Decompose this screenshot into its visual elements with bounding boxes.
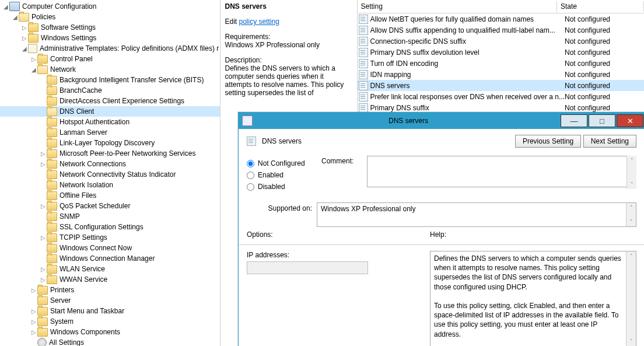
- maximize-button[interactable]: □: [589, 114, 615, 127]
- tree-item-network-child[interactable]: Windows Connection Manager: [0, 253, 220, 264]
- tree-item-network-child[interactable]: Background Intelligent Transfer Service …: [0, 75, 220, 85]
- tree-item-windows-settings[interactable]: ▷Windows Settings: [0, 33, 220, 43]
- requirements-value: Windows XP Professional only: [225, 41, 352, 49]
- tree-item-network-child[interactable]: Windows Connect Now: [0, 243, 220, 253]
- description-heading: Description:: [225, 56, 352, 64]
- folder-icon: [47, 233, 57, 242]
- tree-item-computer-configuration[interactable]: ◢Computer Configuration: [0, 1, 220, 12]
- expand-icon[interactable]: ▷: [30, 329, 37, 335]
- folder-icon: [47, 170, 57, 179]
- setting-row[interactable]: DNS serversNot configured: [358, 80, 645, 91]
- folder-icon: [47, 149, 57, 158]
- computer-icon: [9, 2, 20, 11]
- setting-row[interactable]: Allow DNS suffix appending to unqualifie…: [358, 25, 645, 36]
- tree-item-network-child[interactable]: DNS Client: [0, 106, 220, 117]
- setting-icon: [359, 92, 368, 102]
- expand-icon[interactable]: ▷: [40, 277, 47, 283]
- expand-icon[interactable]: ▷: [40, 266, 47, 272]
- tree-label: Windows Connect Now: [60, 244, 132, 252]
- tree-item-policies[interactable]: ◢Policies: [0, 12, 220, 22]
- dialog-titlebar[interactable]: DNS servers — □ ✕: [239, 113, 644, 129]
- radio-not-configured[interactable]: Not Configured: [247, 159, 317, 167]
- tree-label: Windows Components: [50, 328, 120, 336]
- close-button[interactable]: ✕: [617, 114, 643, 127]
- tree-label: All Settings: [49, 338, 84, 346]
- tree-item-printers[interactable]: ▷Printers: [0, 285, 220, 295]
- tree[interactable]: ◢Computer Configuration ◢Policies ▷Softw…: [0, 0, 220, 346]
- setting-icon: [359, 48, 368, 57]
- tree-item-network-child[interactable]: SNMP: [0, 211, 220, 222]
- dialog-icon: [242, 116, 253, 126]
- tree-item-network[interactable]: ◢Network: [0, 64, 220, 75]
- expand-icon[interactable]: ▷: [30, 287, 37, 293]
- tree-item-network-child[interactable]: ▷Network Connections: [0, 159, 220, 169]
- tree-item-network-child[interactable]: Offline Files: [0, 190, 220, 201]
- setting-row[interactable]: Turn off IDN encodingNot configured: [358, 58, 645, 69]
- tree-item-network-child[interactable]: ▷WLAN Service: [0, 264, 220, 274]
- previous-setting-button[interactable]: Previous Setting: [515, 135, 581, 148]
- tree-item-network-child[interactable]: ▷WWAN Service: [0, 274, 220, 285]
- settings-header[interactable]: Setting State: [358, 0, 645, 13]
- column-state[interactable]: State: [557, 1, 644, 12]
- setting-row[interactable]: Allow NetBT queries for fully qualified …: [358, 13, 645, 25]
- ip-addresses-input[interactable]: [247, 261, 368, 274]
- expand-icon[interactable]: ▷: [40, 151, 47, 157]
- tree-item-network-child[interactable]: ▷TCPIP Settings: [0, 232, 220, 243]
- tree-item-network-child[interactable]: Network Connectivity Status Indicator: [0, 169, 220, 180]
- expand-icon[interactable]: ▷: [40, 235, 47, 241]
- tree-item-server[interactable]: Server: [0, 295, 220, 306]
- scroll-down-icon[interactable]: ˅: [626, 337, 636, 346]
- tree-item-system[interactable]: ▷System: [0, 316, 220, 327]
- scroll-up-icon[interactable]: ˄: [626, 251, 636, 261]
- tree-item-software-settings[interactable]: ▷Software Settings: [0, 22, 220, 33]
- scroll-down-icon[interactable]: ˅: [627, 180, 636, 189]
- expand-icon[interactable]: ▷: [30, 308, 37, 314]
- tree-item-network-child[interactable]: Lanman Server: [0, 127, 220, 138]
- scroll-up-icon[interactable]: ˄: [626, 203, 636, 212]
- tree-item-network-child[interactable]: ▷QoS Packet Scheduler: [0, 201, 220, 211]
- tree-label: Windows Connection Manager: [60, 254, 155, 263]
- expand-icon[interactable]: ▷: [21, 25, 28, 31]
- tree-item-network-child[interactable]: Hotspot Authentication: [0, 117, 220, 127]
- tree-item-all-settings[interactable]: All Settings: [0, 337, 220, 346]
- scroll-down-icon[interactable]: ˅: [626, 217, 636, 226]
- setting-row[interactable]: IDN mappingNot configured: [358, 69, 645, 80]
- radio-enabled[interactable]: Enabled: [247, 171, 317, 179]
- collapse-icon[interactable]: ◢: [12, 14, 19, 20]
- next-setting-button[interactable]: Next Setting: [583, 135, 636, 148]
- help-paragraph: Defines the DNS servers to which a compu…: [434, 254, 624, 292]
- edit-policy-link[interactable]: policy setting: [239, 18, 279, 26]
- tree-item-network-child[interactable]: ▷Microsoft Peer-to-Peer Networking Servi…: [0, 148, 220, 159]
- expand-icon[interactable]: ▷: [30, 319, 37, 325]
- folder-icon: [47, 118, 57, 127]
- expand-icon[interactable]: ▷: [30, 56, 37, 62]
- comment-textarea[interactable]: [367, 156, 636, 187]
- scrollbar[interactable]: ˄˅: [626, 156, 636, 189]
- tree-item-admin-templates[interactable]: ◢Administrative Templates: Policy defini…: [0, 43, 220, 54]
- minimize-button[interactable]: —: [561, 114, 587, 127]
- collapse-icon[interactable]: ◢: [30, 67, 37, 73]
- tree-item-network-child[interactable]: BranchCache: [0, 85, 220, 96]
- tree-item-network-child[interactable]: Link-Layer Topology Discovery: [0, 138, 220, 148]
- tree-item-start-menu[interactable]: ▷Start Menu and Taskbar: [0, 306, 220, 316]
- expand-icon[interactable]: ▷: [21, 35, 28, 41]
- column-setting[interactable]: Setting: [358, 1, 558, 12]
- setting-row[interactable]: Prefer link local responses over DNS whe…: [358, 91, 645, 102]
- tree-item-network-child[interactable]: DirectAccess Client Experience Settings: [0, 96, 220, 106]
- collapse-icon[interactable]: ◢: [21, 46, 28, 52]
- expand-icon[interactable]: ▷: [40, 161, 47, 167]
- scroll-up-icon[interactable]: ˄: [627, 156, 636, 165]
- setting-name: Primary DNS suffix: [370, 104, 565, 112]
- tree-item-control-panel[interactable]: ▷Control Panel: [0, 54, 220, 64]
- tree-item-network-child[interactable]: Network Isolation: [0, 180, 220, 190]
- setting-row[interactable]: Primary DNS suffix devolution levelNot c…: [358, 47, 645, 58]
- radio-disabled[interactable]: Disabled: [247, 183, 317, 191]
- expand-icon[interactable]: ▷: [40, 203, 47, 209]
- scrollbar[interactable]: ˄˅: [626, 251, 636, 346]
- collapse-icon[interactable]: ◢: [2, 4, 9, 10]
- scrollbar[interactable]: ˄˅: [626, 203, 636, 226]
- tree-item-network-child[interactable]: SSL Configuration Settings: [0, 222, 220, 232]
- tree-item-windows-components[interactable]: ▷Windows Components: [0, 327, 220, 337]
- setting-icon: [359, 103, 368, 113]
- setting-row[interactable]: Connection-specific DNS suffixNot config…: [358, 36, 645, 47]
